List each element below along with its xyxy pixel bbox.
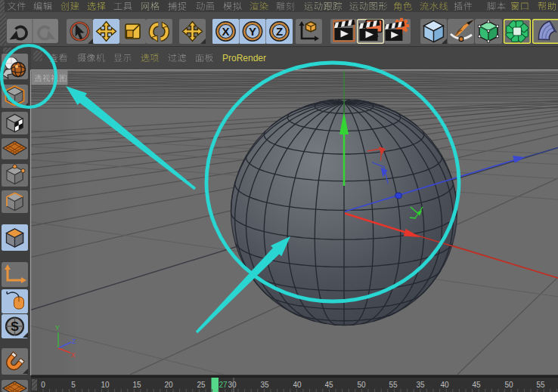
svg-text:55: 55 xyxy=(536,381,545,389)
svg-text:0: 0 xyxy=(41,381,45,389)
svg-text:S: S xyxy=(11,319,19,333)
svg-text:10: 10 xyxy=(101,381,110,389)
svg-text:35: 35 xyxy=(260,381,269,389)
svg-text:55: 55 xyxy=(389,381,398,389)
svg-text:40: 40 xyxy=(293,381,302,389)
svg-text:30: 30 xyxy=(228,381,237,389)
svg-text:Z: Z xyxy=(276,25,283,38)
svg-text:20: 20 xyxy=(164,381,173,389)
svg-text:40: 40 xyxy=(440,381,449,389)
svg-text:27: 27 xyxy=(219,381,228,389)
svg-text:X: X xyxy=(71,351,76,359)
svg-text:35: 35 xyxy=(416,381,425,389)
svg-text:45: 45 xyxy=(324,381,333,389)
svg-text:Z: Z xyxy=(72,338,76,345)
svg-text:Y: Y xyxy=(55,324,60,332)
svg-text:ProRender: ProRender xyxy=(222,53,266,63)
svg-text:Y: Y xyxy=(249,25,256,38)
svg-text:15: 15 xyxy=(132,381,141,389)
svg-text:50: 50 xyxy=(504,381,513,389)
svg-text:5: 5 xyxy=(71,381,76,389)
svg-text:25: 25 xyxy=(197,381,206,389)
svg-text:45: 45 xyxy=(472,381,481,389)
svg-text:50: 50 xyxy=(357,381,366,389)
svg-text:X: X xyxy=(222,25,229,38)
